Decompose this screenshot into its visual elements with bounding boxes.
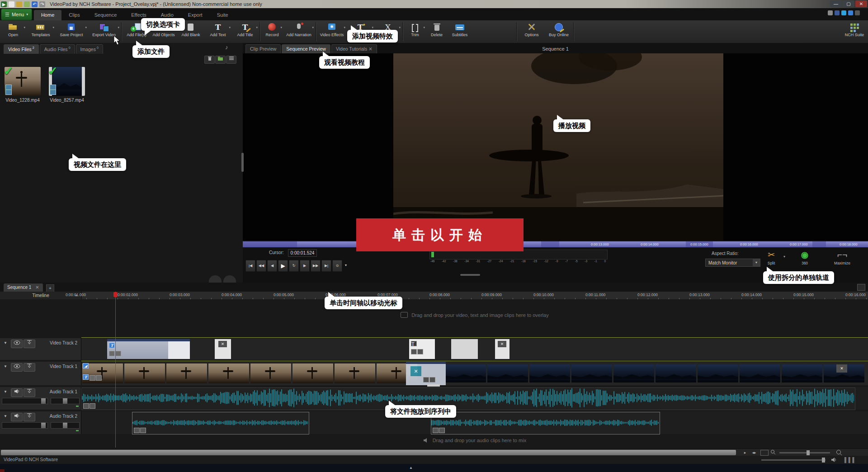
skip-to-start-button[interactable]: |◀ [245, 260, 255, 272]
delete-file-button[interactable] [204, 56, 215, 64]
fx-badge-icon[interactable] [423, 377, 429, 382]
save-icon[interactable] [24, 1, 30, 7]
volume-slider[interactable] [2, 398, 48, 404]
trim-button[interactable]: ▾Trim [404, 20, 426, 43]
templates-button[interactable]: ▾Templates [26, 20, 55, 43]
title-clip[interactable]: T [107, 339, 190, 359]
new-project-icon[interactable] [9, 1, 14, 7]
transition-region[interactable]: ✕ [406, 362, 446, 385]
view-360-button[interactable]: ◉ 360 [794, 249, 815, 270]
pan-slider[interactable] [51, 422, 80, 429]
add-text-button[interactable]: ▾Add Text [204, 20, 231, 43]
volume-slider-thumb[interactable] [822, 458, 825, 463]
audio-badge-icon[interactable] [90, 403, 95, 409]
film-frame[interactable] [166, 363, 207, 383]
more-icon[interactable] [855, 10, 860, 15]
minimize-button[interactable]: — [830, 0, 842, 7]
tab-clips[interactable]: Clips [61, 10, 87, 20]
audio-clip[interactable] [81, 387, 855, 410]
film-frame[interactable] [782, 364, 822, 382]
insert-mode-button[interactable] [24, 388, 35, 397]
speaker-icon[interactable] [831, 457, 837, 463]
media-tab-images[interactable]: Images0 [76, 44, 103, 54]
file-thumbnail[interactable]: ✓ [5, 67, 41, 96]
slider-thumb[interactable] [63, 423, 67, 428]
tab-export[interactable]: Export [181, 10, 210, 20]
maximize-preview-button[interactable]: ⌐¬ Maximize [829, 249, 856, 270]
open-folder-button[interactable] [215, 56, 226, 64]
fx-badge-icon[interactable] [411, 349, 417, 354]
film-frame[interactable] [445, 364, 486, 382]
subtitles-button[interactable]: Subtitles [448, 20, 472, 43]
music-note-icon[interactable]: ♪ [225, 44, 228, 51]
resize-grip[interactable]: ▐▐▐ [843, 457, 854, 463]
transition-clip[interactable]: ✕ [495, 339, 509, 359]
clip-handle[interactable] [427, 384, 440, 387]
collapse-triangle-icon[interactable]: ▼ [4, 390, 7, 394]
nch-suite-button[interactable]: NCH Suite [841, 20, 868, 43]
shuttle-button[interactable]: ⊙ [332, 260, 342, 272]
options-button[interactable]: Options [518, 20, 545, 43]
timeline-playhead[interactable] [115, 292, 116, 448]
redo-icon[interactable]: ↷ [39, 1, 45, 7]
audio-badge-icon[interactable] [417, 349, 423, 354]
slider-thumb[interactable] [63, 398, 67, 404]
panel-splitter-handle[interactable] [241, 153, 244, 172]
film-frame[interactable] [698, 364, 738, 382]
audio-badge-icon[interactable] [439, 428, 445, 433]
preview-seek-bar[interactable]: 0:00:13.0000:00:14.0000:00:15.0000:00:16… [243, 241, 868, 247]
close-button[interactable]: ✕ [855, 0, 867, 7]
timeline-splitter-handle[interactable] [460, 274, 480, 276]
horizontal-scrollbar[interactable]: ▸ ◂▸ [0, 448, 868, 456]
insert-mode-button[interactable] [24, 363, 35, 372]
more-button[interactable]: ▾ [343, 260, 349, 271]
zoom-out-icon[interactable] [769, 449, 777, 456]
media-tab-audio-files[interactable]: Audio Files0 [40, 44, 75, 54]
record-button[interactable]: ▾Record [261, 20, 283, 43]
slider-thumb[interactable] [41, 423, 46, 428]
share-icon[interactable] [828, 10, 833, 15]
add-sequence-tab[interactable]: + [46, 284, 54, 292]
list-view-button[interactable] [226, 56, 236, 64]
visibility-button[interactable] [11, 340, 23, 348]
pan-slider[interactable] [51, 398, 80, 404]
web-icon[interactable] [848, 10, 853, 15]
loop-button[interactable]: ↻ [289, 260, 299, 272]
skip-to-end-button[interactable]: ▶| [321, 260, 331, 272]
save-project-button[interactable]: ▾Save Project [55, 20, 88, 43]
fx-badge-icon[interactable] [90, 375, 95, 381]
delete-button[interactable]: Delete [426, 20, 448, 43]
video-effects-button[interactable]: ▾Video Effects [317, 20, 346, 43]
collapse-triangle-icon[interactable]: ▼ [4, 364, 7, 368]
aspect-ratio-select[interactable]: Match Monitor ▼ [705, 259, 760, 267]
scrollbar-thumb[interactable] [1, 450, 736, 455]
add-narration-button[interactable]: ▾Add Narration [283, 20, 315, 43]
step-forward-button[interactable]: ▶ [300, 260, 310, 272]
fx-badge-icon[interactable] [134, 428, 140, 433]
fx-badge-icon[interactable] [83, 403, 89, 409]
zoom-slider-thumb[interactable] [807, 450, 810, 455]
film-frame[interactable] [208, 363, 249, 383]
buy-online-button[interactable]: Buy Online [545, 20, 572, 43]
tab-home[interactable]: Home [34, 10, 61, 20]
film-frame[interactable] [656, 364, 696, 382]
mute-button[interactable] [11, 388, 23, 397]
play-button[interactable]: ▶ [278, 260, 288, 272]
facebook-icon[interactable] [835, 10, 840, 15]
twitter-icon[interactable] [841, 10, 846, 15]
timeline-ruler[interactable]: Timeline ▼ 0:00:01.0000:00:02.0000:00:03… [0, 292, 868, 300]
close-icon[interactable]: ✕ [35, 285, 39, 290]
undo-icon[interactable]: ↶ [32, 1, 38, 7]
add-title-button[interactable]: ▾Add Title [231, 20, 259, 43]
collapse-triangle-icon[interactable]: ▼ [4, 414, 7, 418]
fx-badge-icon[interactable] [109, 351, 115, 356]
maximize-button[interactable]: ▢ [843, 0, 854, 7]
sequence-tab[interactable]: Sequence 1 ✕ [4, 283, 43, 292]
step-back-button[interactable]: ◀ [267, 260, 277, 272]
film-frame[interactable] [124, 363, 165, 383]
audio-badge-icon[interactable] [96, 375, 102, 381]
blank-clip[interactable] [451, 339, 478, 359]
film-frame[interactable] [292, 363, 333, 383]
audio-badge-icon[interactable] [429, 377, 435, 382]
film-frame[interactable] [529, 364, 570, 382]
